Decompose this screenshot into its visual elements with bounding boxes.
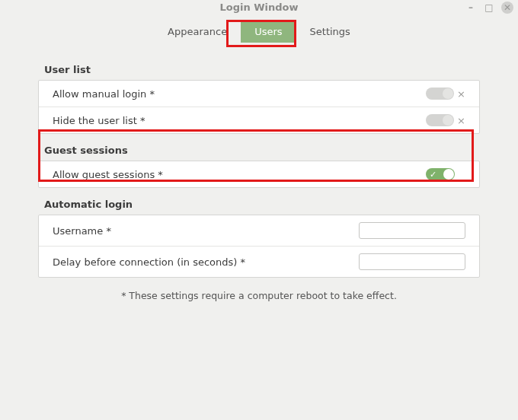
label-allow-manual-login: Allow manual login * [53,88,155,100]
tab-settings[interactable]: Settings [296,20,364,43]
window-title: Login Window [219,2,298,13]
tab-appearance-label: Appearance [168,26,227,37]
toggle-allow-guest-sessions[interactable]: ✓ [426,168,455,180]
row-allow-manual-login: Allow manual login * × [39,81,479,107]
check-icon: ✓ [430,168,436,180]
x-icon: × [457,88,465,100]
login-window: Login Window – □ ✕ Appearance Users Sett… [0,0,518,420]
label-allow-guest-sessions: Allow guest sessions * [53,169,163,180]
toggle-knob [443,88,453,99]
toggle-knob [443,115,453,126]
maximize-button[interactable]: □ [483,2,495,14]
close-icon: ✕ [504,2,511,13]
label-delay: Delay before connection (in seconds) * [53,256,245,268]
panel-guest-sessions: Allow guest sessions * ✓ [38,161,480,188]
toggle-allow-manual-login[interactable] [426,88,454,100]
toggle-knob [443,169,454,180]
section-title-user-list: User list [44,64,480,75]
maximize-icon: □ [484,2,493,13]
titlebar: Login Window – □ ✕ [0,0,518,18]
minimize-button[interactable]: – [465,2,477,14]
tab-users[interactable]: Users [241,20,296,43]
footer-note: * These settings require a computer rebo… [38,290,480,301]
row-allow-guest-sessions: Allow guest sessions * ✓ [39,161,479,187]
panel-user-list: Allow manual login * × Hide the user lis… [38,80,480,134]
window-controls: – □ ✕ [465,2,513,14]
tab-appearance[interactable]: Appearance [154,20,241,43]
label-hide-user-list: Hide the user list * [53,115,145,126]
row-delay: Delay before connection (in seconds) * [39,246,479,277]
toggle-hide-user-list[interactable] [426,114,454,126]
tab-settings-label: Settings [310,26,350,37]
tabbar: Appearance Users Settings [0,20,518,43]
label-username: Username * [53,225,111,237]
section-title-guest-sessions: Guest sessions [44,145,480,156]
close-button[interactable]: ✕ [501,2,513,14]
content-area: User list Allow manual login * × Hide th… [0,43,518,301]
input-username[interactable] [359,222,465,239]
section-title-automatic-login: Automatic login [44,199,480,210]
x-icon: × [457,115,465,126]
minimize-icon: – [468,2,473,13]
row-username: Username * [39,215,479,246]
row-hide-user-list: Hide the user list * × [39,107,479,133]
panel-automatic-login: Username * Delay before connection (in s… [38,215,480,278]
input-delay[interactable] [359,253,465,270]
tab-users-label: Users [254,26,282,37]
